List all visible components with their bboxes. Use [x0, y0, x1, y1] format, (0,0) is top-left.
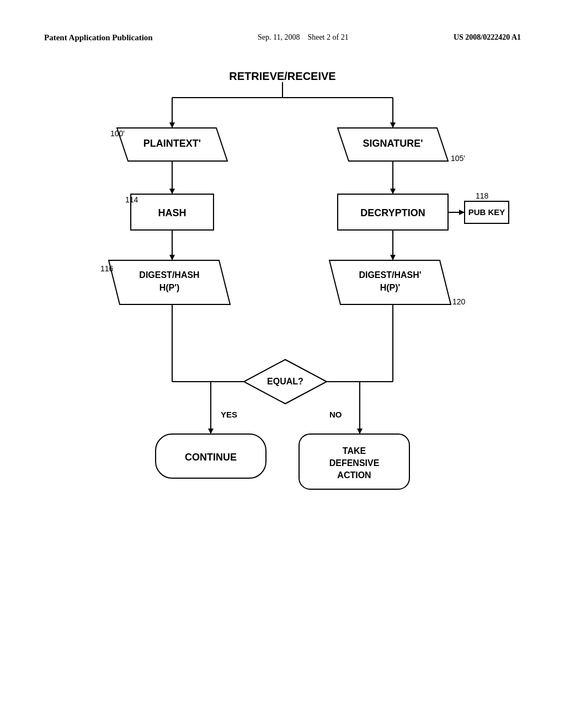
svg-marker-30: [109, 260, 230, 304]
svg-text:NO: NO: [329, 410, 342, 419]
header-date: Sep. 11, 2008: [258, 33, 300, 41]
svg-text:PLAINTEXT': PLAINTEXT': [143, 138, 201, 149]
svg-text:ACTION: ACTION: [337, 470, 371, 480]
diagram: text { font-family: Arial, Helvetica, sa…: [45, 65, 520, 572]
header-left: Patent Application Publication: [44, 33, 153, 42]
header-sheet: Sheet 2 of 21: [307, 33, 348, 41]
svg-text:YES: YES: [221, 410, 237, 419]
svg-marker-29: [390, 255, 396, 260]
svg-marker-48: [208, 429, 214, 434]
svg-text:HASH: HASH: [158, 207, 186, 218]
page: Patent Application Publication Sep. 11, …: [0, 0, 565, 728]
svg-text:114: 114: [125, 195, 138, 204]
svg-marker-52: [357, 429, 363, 434]
svg-text:PUB KEY: PUB KEY: [468, 207, 505, 217]
svg-text:TAKE: TAKE: [343, 446, 366, 456]
header-center: Sep. 11, 2008 Sheet 2 of 21: [258, 33, 349, 42]
flowchart-svg: text { font-family: Arial, Helvetica, sa…: [45, 65, 520, 572]
svg-marker-3: [169, 122, 175, 128]
svg-text:DEFENSIVE: DEFENSIVE: [329, 458, 380, 468]
svg-marker-15: [390, 189, 396, 194]
svg-marker-22: [459, 210, 465, 215]
svg-text:CONTINUE: CONTINUE: [185, 452, 237, 463]
svg-text:EQUAL?: EQUAL?: [267, 377, 303, 386]
svg-marker-5: [390, 122, 396, 128]
header-right: US 2008/0222420 A1: [454, 33, 521, 42]
svg-text:H(P'): H(P'): [159, 283, 180, 292]
header: Patent Application Publication Sep. 11, …: [44, 33, 521, 42]
svg-text:100': 100': [110, 129, 125, 138]
svg-text:116: 116: [100, 264, 114, 273]
svg-text:120: 120: [452, 297, 466, 306]
svg-text:DIGEST/HASH: DIGEST/HASH: [139, 270, 199, 280]
svg-text:105': 105': [451, 154, 465, 163]
svg-text:H(P)': H(P)': [380, 283, 401, 292]
svg-text:118: 118: [476, 191, 489, 200]
retrieve-receive-label: RETRIEVE/RECEIVE: [229, 70, 335, 82]
svg-text:DIGEST/HASH': DIGEST/HASH': [359, 270, 421, 280]
svg-text:SIGNATURE': SIGNATURE': [363, 138, 423, 149]
svg-marker-34: [329, 260, 451, 304]
svg-text:DECRYPTION: DECRYPTION: [360, 207, 425, 218]
svg-marker-27: [169, 255, 175, 260]
svg-marker-13: [169, 189, 175, 194]
